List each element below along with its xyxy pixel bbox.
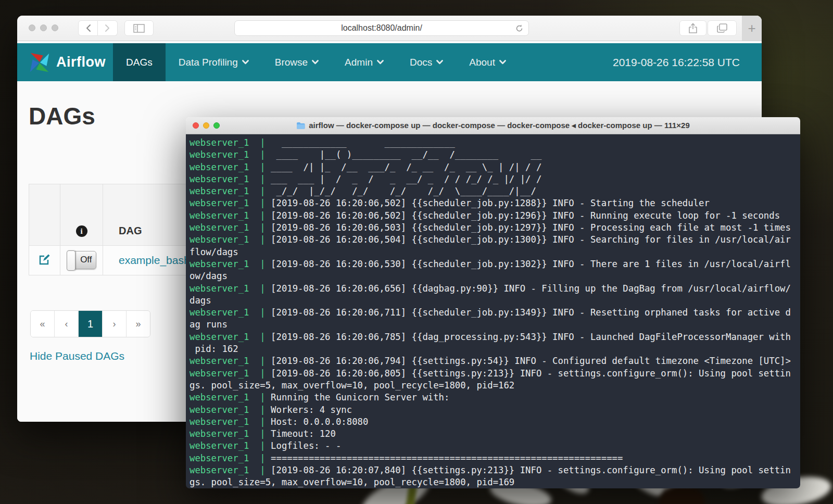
terminal-line-text: pid: 162 <box>190 344 238 354</box>
pagination-last[interactable]: » <box>127 311 150 337</box>
terminal-line: webserver_1 | [2019-08-26 16:20:06,785] … <box>190 331 797 343</box>
pagination-first[interactable]: « <box>31 311 55 337</box>
terminal-line-text: [2019-08-26 16:20:06,502] {{scheduler_jo… <box>266 210 780 221</box>
nav-item-label: DAGs <box>126 57 153 68</box>
pagination-prev[interactable]: ‹ <box>55 311 79 337</box>
terminal-line-text: Timeout: 120 <box>266 429 336 439</box>
terminal-service-prefix: webserver_1 | <box>190 149 266 160</box>
navbar-menu: DAGsData ProfilingBrowseAdminDocsAbout <box>113 43 519 81</box>
toggle-knob <box>67 250 75 271</box>
chevron-down-icon <box>436 60 443 65</box>
terminal-line: gs. pool_size=5, max_overflow=10, pool_r… <box>190 476 797 488</box>
nav-item-data-profiling[interactable]: Data Profiling <box>166 43 262 81</box>
terminal-title: airflow — docker-compose up — docker-com… <box>296 121 690 130</box>
reload-button[interactable] <box>515 24 524 33</box>
terminal-service-prefix: webserver_1 | <box>190 259 266 269</box>
terminal-line: webserver_1 | Workers: 4 sync <box>190 404 797 416</box>
nav-item-label: Browse <box>275 57 308 68</box>
terminal-line: webserver_1 | [2019-08-26 16:20:06,711] … <box>190 307 797 319</box>
header-edit-column <box>29 184 60 246</box>
nav-item-about[interactable]: About <box>456 43 519 81</box>
reload-icon <box>515 24 524 33</box>
share-button[interactable] <box>679 20 706 36</box>
terminal-line: ow/dags <box>190 270 797 282</box>
terminal-line: webserver_1 | Logfiles: - - <box>190 440 797 452</box>
tabs-icon <box>717 23 727 33</box>
dag-toggle-cell: Off <box>60 246 103 275</box>
hide-paused-dags-link[interactable]: Hide Paused DAGs <box>30 350 124 362</box>
sidebar-toggle-button[interactable] <box>124 20 154 36</box>
terminal-line-text: [2019-08-26 16:20:06,503] {{scheduler_jo… <box>266 222 791 233</box>
terminal-service-prefix: webserver_1 | <box>190 186 266 196</box>
terminal-close-button[interactable] <box>193 122 199 129</box>
nav-item-label: Docs <box>410 57 432 68</box>
toggle-label: Off <box>80 255 92 265</box>
terminal-line-text: flow/dags <box>190 247 238 257</box>
terminal-line-text: dags <box>190 295 211 306</box>
header-info-column: i <box>60 184 103 246</box>
terminal-service-prefix: webserver_1 | <box>190 392 266 402</box>
chevron-right-icon <box>105 24 110 32</box>
nav-item-admin[interactable]: Admin <box>332 43 397 81</box>
dag-edit-cell <box>29 246 60 275</box>
minimize-window-button[interactable] <box>40 24 47 31</box>
terminal-service-prefix: webserver_1 | <box>190 405 266 415</box>
address-bar[interactable]: localhost:8080/admin/ <box>234 20 529 36</box>
pagination-page-1[interactable]: 1 <box>79 311 103 337</box>
edit-dag-icon[interactable] <box>39 254 51 266</box>
terminal-service-prefix: webserver_1 | <box>190 137 266 148</box>
terminal-line: pid: 162 <box>190 343 797 355</box>
terminal-line: ag runs <box>190 319 797 331</box>
nav-item-browse[interactable]: Browse <box>262 43 332 81</box>
terminal-service-prefix: webserver_1 | <box>190 198 266 208</box>
tab-overview-button[interactable] <box>708 20 737 36</box>
terminal-service-prefix: webserver_1 | <box>190 332 266 342</box>
new-tab-button[interactable]: + <box>742 16 762 41</box>
terminal-service-prefix: webserver_1 | <box>190 368 266 379</box>
terminal-line-text: [2019-08-26 16:20:06,794] {{settings.py:… <box>266 356 791 366</box>
terminal-line-text: [2019-08-26 16:20:06,656] {{dagbag.py:90… <box>266 283 791 294</box>
terminal-service-prefix: webserver_1 | <box>190 222 266 233</box>
terminal-line: webserver_1 | ==========================… <box>190 452 797 464</box>
sidebar-icon <box>133 24 145 33</box>
terminal-line-text: ag runs <box>190 319 228 330</box>
airflow-brand[interactable]: Airflow <box>17 43 113 81</box>
terminal-line: webserver_1 | [2019-08-26 16:20:06,504] … <box>190 234 797 246</box>
terminal-minimize-button[interactable] <box>203 122 209 129</box>
dag-column-label: DAG <box>119 225 142 236</box>
share-icon <box>688 23 698 34</box>
terminal-line: dags <box>190 295 797 307</box>
terminal-line-text: ___ ___ | / _ / _ __/ _ / / /_/ /_ |/ |/… <box>266 174 542 184</box>
terminal-line-text: [2019-08-26 16:20:06,785] {{dag_processi… <box>266 332 791 342</box>
dag-pause-toggle[interactable]: Off <box>67 251 96 269</box>
terminal-line: flow/dags <box>190 246 797 258</box>
window-controls <box>29 24 58 31</box>
zoom-window-button[interactable] <box>52 24 58 31</box>
url-text: localhost:8080/admin/ <box>341 23 422 33</box>
terminal-zoom-button[interactable] <box>213 122 220 129</box>
terminal-output[interactable]: webserver_1 | ____________ _____________… <box>186 134 800 488</box>
pagination-next[interactable]: › <box>103 311 127 337</box>
back-button[interactable] <box>78 20 98 36</box>
terminal-service-prefix: webserver_1 | <box>190 210 266 221</box>
terminal-line: webserver_1 | [2019-08-26 16:20:06,503] … <box>190 222 797 234</box>
forward-button[interactable] <box>98 20 118 36</box>
terminal-service-prefix: webserver_1 | <box>190 162 266 172</box>
nav-item-label: About <box>469 57 495 68</box>
terminal-line: webserver_1 | [2019-08-26 16:20:07,840] … <box>190 464 797 476</box>
terminal-titlebar[interactable]: airflow — docker-compose up — docker-com… <box>186 117 800 134</box>
terminal-service-prefix: webserver_1 | <box>190 234 266 245</box>
terminal-service-prefix: webserver_1 | <box>190 429 266 439</box>
terminal-line-text: [2019-08-26 16:20:06,502] {{scheduler_jo… <box>266 198 710 208</box>
terminal-line: webserver_1 | _/_/ |_/_/ /_/ /_/ /_/ \__… <box>190 185 797 197</box>
terminal-line: webserver_1 | ____ /| |_ /__ ___/_ /_ __… <box>190 161 797 173</box>
info-icon[interactable]: i <box>76 225 87 237</box>
close-window-button[interactable] <box>29 24 35 31</box>
terminal-line: webserver_1 | ____ |__( )_________ __/__… <box>190 149 797 161</box>
terminal-line: webserver_1 | [2019-08-26 16:20:06,502] … <box>190 197 797 209</box>
airflow-logo-icon <box>28 51 52 74</box>
nav-item-dags[interactable]: DAGs <box>113 43 166 81</box>
browser-toolbar: localhost:8080/admin/ + <box>17 16 762 41</box>
nav-item-docs[interactable]: Docs <box>397 43 456 81</box>
terminal-line-text: ____________ _____________ <box>266 137 455 148</box>
